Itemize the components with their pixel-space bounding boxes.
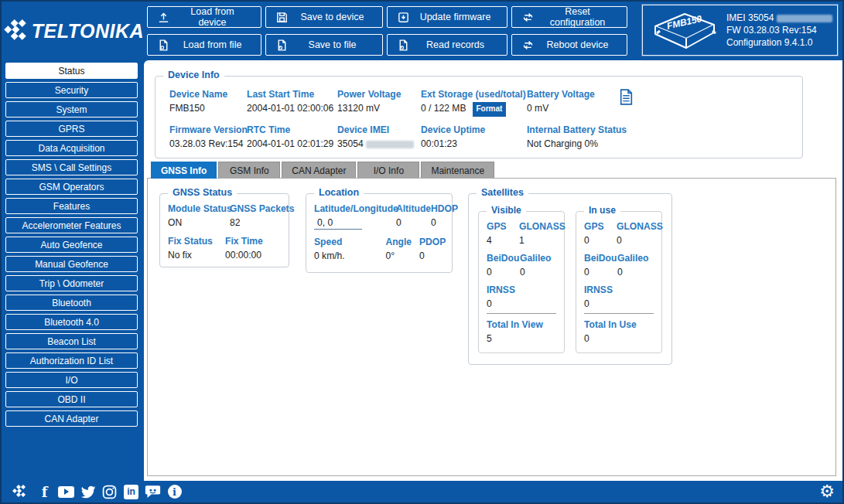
device-info-panel: Device Info Device Name FMB150 Last Star… <box>155 76 803 158</box>
field-device-uptime: Device Uptime 00:01:23 <box>421 124 527 150</box>
satellites-panel: Satellites Visible GPS 4 GLONASS 1 <box>468 193 672 365</box>
latitude-longitude-link[interactable]: 0, 0 <box>314 216 362 230</box>
field-inuse-gps: GPS 0 <box>584 221 617 247</box>
main-content: Device Info Device Name FMB150 Last Star… <box>144 60 842 481</box>
linkedin-icon[interactable]: in <box>123 484 139 500</box>
field-inuse-beidou: BeiDou 0 <box>584 253 617 278</box>
field-inuse-irnss: IRNSS 0 <box>584 284 618 310</box>
load-from-file-label: Load from file <box>178 39 261 50</box>
tab-io-info[interactable]: I/O Info <box>357 162 419 179</box>
youtube-icon[interactable] <box>58 484 74 500</box>
footer-bar: f in i ⚙ <box>2 481 842 502</box>
gnss-status-panel: GNSS Status Module Status ON GNSS Packet… <box>159 193 289 267</box>
in-use-title: In use <box>584 205 620 216</box>
sidebar-item-can-adapter[interactable]: CAN Adapter <box>5 410 138 427</box>
sidebar-item-sms-call-settings[interactable]: SMS \ Call Settings <box>5 159 138 175</box>
sidebar-item-io[interactable]: I/O <box>5 372 138 388</box>
save-to-file-label: Save to file <box>296 39 382 50</box>
field-firmware-version: Firmware Version 03.28.03 Rev:154 <box>169 124 247 150</box>
file-check-icon <box>275 39 289 52</box>
sidebar-item-features[interactable]: Features <box>5 198 138 214</box>
header: TELTONIKA Load from device Save to devic… <box>2 2 842 60</box>
satellites-title: Satellites <box>477 187 528 198</box>
badge-imei: IMEI 35054 <box>726 12 774 23</box>
gnss-status-title: GNSS Status <box>168 187 237 198</box>
save-to-device-button[interactable]: Save to device <box>265 6 383 28</box>
field-inuse-galileo: Galileo 0 <box>617 253 657 278</box>
device-badge: FMB150 IMEI 35054 FW 03.28.03 Rev:154 Co… <box>642 5 838 56</box>
badge-firmware: FW 03.28.03 Rev:154 <box>726 24 832 36</box>
reset-configuration-button[interactable]: Reset configuration <box>511 6 627 28</box>
load-from-file-button[interactable]: Load from file <box>147 34 261 56</box>
field-visible-glonass: GLONASS 1 <box>519 221 559 247</box>
settings-gear-icon[interactable]: ⚙ <box>819 482 835 501</box>
reset-configuration-label: Reset configuration <box>542 6 627 28</box>
sidebar-item-gprs[interactable]: GPRS <box>5 121 138 137</box>
sidebar-item-bluetooth-40[interactable]: Bluetooth 4.0 <box>5 314 138 330</box>
file-add-icon <box>157 39 170 52</box>
facebook-icon[interactable]: f <box>36 484 53 500</box>
sidebar-item-trip-odometer[interactable]: Trip \ Odometer <box>5 275 138 291</box>
reboot-device-button[interactable]: Reboot device <box>511 34 627 56</box>
load-from-device-label: Load from device <box>178 6 261 28</box>
field-gnss-packets: GNSS Packets 82 <box>230 203 292 229</box>
divider <box>487 313 556 314</box>
read-records-label: Read records <box>418 39 507 50</box>
field-device-imei: Device IMEI 35054 <box>337 124 421 150</box>
reboot-device-label: Reboot device <box>542 39 627 50</box>
update-firmware-label: Update firmware <box>418 12 507 22</box>
field-visible-galileo: Galileo 0 <box>520 253 559 278</box>
instagram-icon[interactable] <box>101 484 118 500</box>
divider <box>584 313 654 314</box>
field-total-in-use: Total In Use 0 <box>584 319 657 345</box>
field-angle: Angle 0° <box>385 237 419 262</box>
field-total-in-view: Total In View 5 <box>487 319 559 345</box>
sidebar-item-status[interactable]: Status <box>5 63 138 79</box>
sidebar-item-data-acquisition[interactable]: Data Acquisition <box>5 140 138 156</box>
save-to-device-label: Save to device <box>296 12 382 22</box>
sidebar-item-system[interactable]: System <box>5 101 138 117</box>
tab-gsm-info[interactable]: GSM Info <box>218 162 280 179</box>
teltonika-logo: TELTONIKA <box>2 2 144 60</box>
imei-masked <box>366 141 414 148</box>
format-button[interactable]: Format <box>473 102 507 117</box>
reboot-loop-icon <box>521 39 535 52</box>
field-fix-time: Fix Time 00:00:00 <box>225 236 282 261</box>
twitter-icon[interactable] <box>80 484 96 500</box>
sidebar-item-beacon-list[interactable]: Beacon List <box>5 333 138 349</box>
sidebar-item-security[interactable]: Security <box>5 82 138 98</box>
field-rtc-time: RTC Time 2004-01-01 02:01:29 <box>247 124 337 150</box>
teltonika-mark-icon[interactable] <box>8 484 31 499</box>
imei-masked <box>777 15 832 22</box>
sidebar-item-accelerometer-features[interactable]: Accelerometer Features <box>5 217 138 233</box>
records-check-icon <box>397 39 410 52</box>
field-altitude: Altitude 0 <box>396 203 431 230</box>
tab-maintenance[interactable]: Maintenance <box>421 162 494 179</box>
tab-gnss-info[interactable]: GNSS Info <box>151 162 217 179</box>
read-records-button[interactable]: Read records <box>387 34 507 56</box>
sidebar-item-bluetooth[interactable]: Bluetooth <box>5 295 138 311</box>
sidebar-item-manual-geofence[interactable]: Manual Geofence <box>5 256 138 272</box>
field-inuse-glonass: GLONASS 0 <box>617 221 657 247</box>
firmware-download-icon <box>397 11 410 24</box>
sidebar-item-gsm-operators[interactable]: GSM Operators <box>5 179 138 195</box>
upload-icon <box>157 11 170 24</box>
load-from-device-button[interactable]: Load from device <box>147 6 261 28</box>
info-icon[interactable]: i <box>166 484 183 500</box>
sidebar-item-obd-ii[interactable]: OBD II <box>5 391 138 407</box>
field-pdop: PDOP 0 <box>419 237 446 262</box>
brand-name: TELTONIKA <box>32 20 144 43</box>
field-latitude-longitude: Latitude/Longitude 0, 0 <box>314 203 396 230</box>
sidebar-item-authorization-id-list[interactable]: Authorization ID List <box>5 352 138 369</box>
toolbar: Load from device Save to device Update f… <box>147 6 627 56</box>
sidebar-item-auto-geofence[interactable]: Auto Geofence <box>5 237 138 253</box>
field-battery-voltage: Battery Voltage 0 mV <box>527 89 682 117</box>
sidebar: Status Security System GPRS Data Acquisi… <box>2 60 144 481</box>
update-firmware-button[interactable]: Update firmware <box>387 6 507 28</box>
tab-can-adapter[interactable]: CAN Adapter <box>282 162 356 179</box>
save-to-file-button[interactable]: Save to file <box>265 34 383 56</box>
battery-log-document-icon[interactable] <box>620 89 633 105</box>
field-ext-storage: Ext Storage (used/total) 0 / 122 MBForma… <box>421 89 527 117</box>
chat-icon[interactable] <box>145 484 161 500</box>
badge-configuration: Configuration 9.4.1.0 <box>726 36 832 49</box>
